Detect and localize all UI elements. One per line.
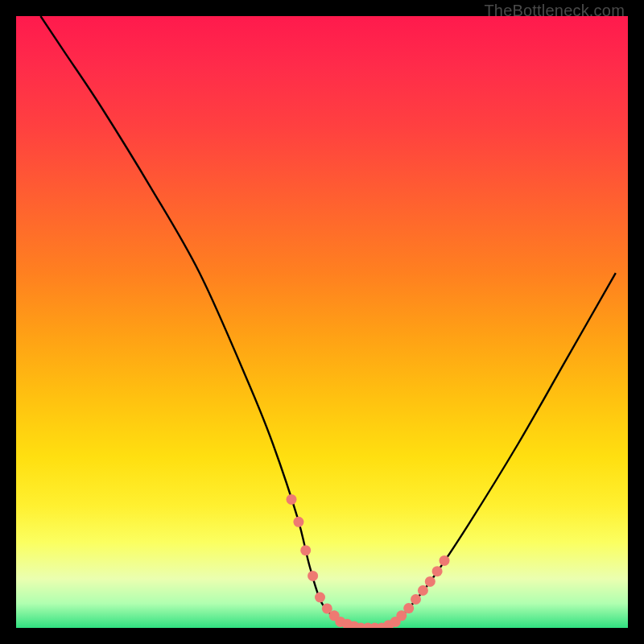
plot-area xyxy=(16,16,628,628)
marker-dot xyxy=(403,603,414,613)
marker-dot xyxy=(315,592,325,603)
highlight-markers xyxy=(287,494,450,628)
marker-dot xyxy=(300,545,311,555)
marker-dot xyxy=(418,585,428,596)
marker-dot xyxy=(425,576,436,587)
chart-frame: TheBottleneck.com xyxy=(0,0,644,644)
marker-dot xyxy=(293,517,303,527)
marker-dot xyxy=(287,494,297,505)
marker-dot xyxy=(411,594,421,605)
marker-dot xyxy=(440,555,450,566)
bottleneck-curve xyxy=(40,16,615,628)
marker-dot xyxy=(308,571,318,581)
marker-dot xyxy=(432,566,443,576)
curve-overlay xyxy=(16,16,628,628)
